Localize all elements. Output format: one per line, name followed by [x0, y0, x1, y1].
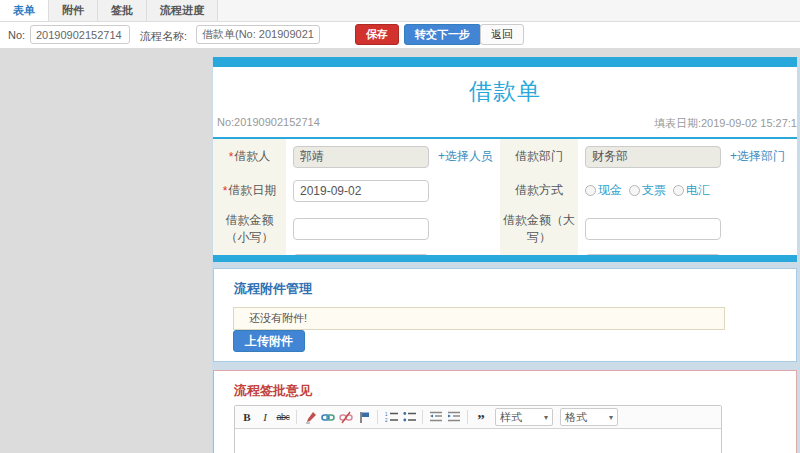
save-button[interactable]: 保存: [355, 24, 399, 45]
borrower-label: *借款人: [213, 139, 286, 174]
ordered-list-icon[interactable]: 12: [384, 409, 398, 426]
bold-icon[interactable]: B: [240, 409, 254, 426]
process-name-input[interactable]: [196, 25, 320, 44]
loan-form-table: *借款人 +选择人员 借款部门 +选择部门 *借款日期 借款方式: [213, 139, 797, 262]
tab-attachments[interactable]: 附件: [49, 0, 98, 21]
amount-lowercase-label: 借款金额（小写）: [213, 207, 286, 250]
loan-date-label-text: 借款日期: [228, 182, 276, 199]
strikethrough-icon[interactable]: abc: [276, 409, 290, 426]
radio-check[interactable]: 支票: [629, 182, 666, 199]
loan-form-panel: 借款单 No:20190902152714 填表日期:2019-09-02 15…: [213, 57, 797, 262]
form-number-text: No:20190902152714: [217, 116, 320, 128]
toolbar-separator: [422, 410, 423, 424]
rich-text-editor: B I abc 12: [234, 405, 722, 453]
form-meta-row: No:20190902152714 填表日期:2019-09-02 15:27:…: [213, 116, 797, 132]
style-dropdown-label: 样式: [500, 410, 522, 425]
tab-bar: 表单 附件 签批 流程进度: [0, 0, 800, 22]
amount-uppercase-input[interactable]: [585, 218, 721, 240]
editor-content-area[interactable]: [235, 429, 721, 453]
process-name-label: 流程名称:: [140, 29, 187, 44]
format-dropdown-label: 格式: [565, 410, 587, 425]
radio-check-label: 支票: [642, 182, 666, 199]
required-asterisk: *: [229, 150, 234, 164]
radio-wire[interactable]: 电汇: [673, 182, 710, 199]
amount-lowercase-input[interactable]: [293, 218, 429, 240]
approval-comments-section: 流程签批意见 B I abc: [213, 370, 797, 453]
tab-approval[interactable]: 签批: [98, 0, 147, 21]
svg-text:1: 1: [385, 412, 388, 417]
radio-cash-label: 现金: [598, 182, 622, 199]
attachments-section: 流程附件管理 还没有附件! 上传附件: [213, 268, 797, 362]
copy-formatting-icon[interactable]: [303, 409, 317, 426]
borrower-label-text: 借款人: [234, 148, 270, 165]
no-input[interactable]: [30, 25, 130, 44]
unordered-list-icon[interactable]: [402, 409, 416, 426]
unlink-icon[interactable]: [339, 409, 353, 426]
svg-text:2: 2: [385, 418, 388, 423]
approval-comments-heading: 流程签批意见: [234, 382, 796, 400]
loan-method-label: 借款方式: [500, 174, 578, 207]
radio-wire-label: 电汇: [686, 182, 710, 199]
bottom-accent-bar: [213, 255, 797, 262]
top-accent-bar: [213, 57, 797, 67]
table-row: *借款人 +选择人员 借款部门 +选择部门: [213, 139, 797, 174]
forward-next-step-button[interactable]: 转交下一步: [404, 24, 481, 45]
toolbar-separator: [377, 410, 378, 424]
toolbar-separator: [296, 410, 297, 424]
attachments-heading: 流程附件管理: [234, 280, 796, 298]
amount-uppercase-label: 借款金额（大写）: [500, 207, 578, 250]
tab-process-progress[interactable]: 流程进度: [147, 0, 218, 21]
radio-circle-icon: [673, 185, 684, 196]
chevron-down-icon: ▾: [609, 413, 613, 422]
department-label: 借款部门: [500, 139, 578, 174]
link-icon[interactable]: [321, 409, 335, 426]
select-department-link[interactable]: +选择部门: [730, 148, 785, 165]
loan-date-label: *借款日期: [213, 174, 286, 207]
format-dropdown[interactable]: 格式 ▾: [560, 408, 618, 426]
italic-icon[interactable]: I: [258, 409, 272, 426]
toolbar-separator: [467, 410, 468, 424]
form-date-text: 填表日期:2019-09-02 15:27:1: [654, 116, 797, 131]
loan-method-radio-group: 现金 支票 电汇: [585, 182, 710, 199]
no-label: No:: [8, 29, 25, 41]
anchor-flag-icon[interactable]: [357, 409, 371, 426]
borrower-input[interactable]: [293, 146, 429, 168]
loan-date-input[interactable]: [293, 180, 429, 202]
radio-cash[interactable]: 现金: [585, 182, 622, 199]
required-asterisk: *: [223, 184, 228, 198]
no-attachments-message: 还没有附件!: [233, 307, 725, 330]
table-row: *借款日期 借款方式 现金 支票 电汇: [213, 174, 797, 207]
radio-circle-icon: [585, 185, 596, 196]
indent-icon[interactable]: [447, 409, 461, 426]
style-dropdown[interactable]: 样式 ▾: [495, 408, 553, 426]
form-title: 借款单: [213, 76, 797, 107]
blockquote-icon[interactable]: ”: [474, 409, 488, 426]
tab-form[interactable]: 表单: [0, 0, 49, 21]
editor-toolbar: B I abc 12: [235, 406, 721, 429]
table-row: 借款金额（小写） 借款金额（大写）: [213, 207, 797, 250]
radio-circle-icon: [629, 185, 640, 196]
chevron-down-icon: ▾: [544, 413, 548, 422]
department-input[interactable]: [585, 146, 721, 168]
command-bar: No: 流程名称: 保存 转交下一步 返回: [0, 22, 800, 48]
select-person-link[interactable]: +选择人员: [438, 148, 493, 165]
back-button[interactable]: 返回: [480, 24, 524, 45]
upload-attachment-button[interactable]: 上传附件: [233, 330, 305, 352]
outdent-icon[interactable]: [429, 409, 443, 426]
content-column: 借款单 No:20190902152714 填表日期:2019-09-02 15…: [212, 57, 800, 453]
